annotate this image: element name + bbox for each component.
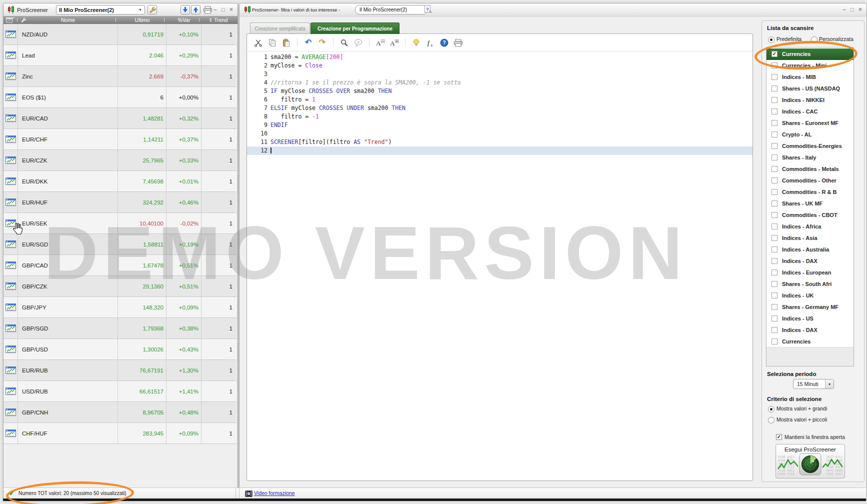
- scan-list-item-shares-italy[interactable]: Shares - Italy: [766, 152, 854, 164]
- scan-list-item-commodities-metals[interactable]: Commodities - Metals: [766, 164, 854, 175]
- instrument-chart-icon[interactable]: [4, 402, 18, 422]
- column-header-trend[interactable]: ⇧ Trend: [202, 16, 234, 24]
- copy-button[interactable]: [267, 38, 278, 48]
- table-row-NZD/AUD[interactable]: NZD/AUD0,91719+0,10%1: [4, 24, 236, 45]
- code-line-11[interactable]: 11SCREENER[filtro](filtro AS "Trend"): [247, 138, 752, 146]
- checkbox[interactable]: [772, 189, 778, 195]
- instrument-chart-icon[interactable]: [4, 339, 18, 360]
- cut-button[interactable]: [253, 38, 264, 48]
- instrument-chart-icon[interactable]: [4, 297, 18, 318]
- instrument-chart-icon[interactable]: [4, 381, 18, 402]
- checkbox[interactable]: [772, 62, 778, 68]
- instrument-chart-icon[interactable]: [4, 171, 18, 192]
- instrument-chart-icon[interactable]: [4, 45, 18, 66]
- radio-mostra-grandi[interactable]: [768, 406, 774, 412]
- checkbox[interactable]: [772, 258, 778, 264]
- comment-button[interactable]: //: [353, 38, 364, 48]
- code-line-7[interactable]: 7ELSIF myClose CROSSES UNDER sma200 THEN: [247, 104, 752, 112]
- instrument-chart-icon[interactable]: [4, 276, 18, 296]
- checkbox[interactable]: [772, 143, 778, 149]
- table-row-GBP/SGD[interactable]: GBP/SGD1,79368+0,38%1: [4, 318, 236, 339]
- scan-list-item-indices-cac[interactable]: Indices - CAC: [766, 106, 854, 118]
- instrument-chart-icon[interactable]: [4, 129, 18, 150]
- print-button[interactable]: [453, 38, 464, 48]
- table-row-EUR/CZK[interactable]: EUR/CZK25,7965+0,33%1: [4, 150, 236, 171]
- checkbox[interactable]: [772, 120, 778, 126]
- instrument-chart-icon[interactable]: [4, 24, 18, 44]
- scan-list-item-shares-germany-mf[interactable]: Shares - Germany MF: [766, 302, 854, 313]
- checkbox[interactable]: [772, 86, 778, 92]
- checkbox[interactable]: [772, 316, 778, 322]
- checkbox[interactable]: [772, 270, 778, 276]
- table-row-Zinc[interactable]: Zinc2.669-0,37%1: [4, 66, 236, 87]
- table-row-GBP/CNH[interactable]: GBP/CNH8,96705+0,48%1: [4, 402, 236, 423]
- scan-list-item-shares-us-nasdaq[interactable]: Shares - US (NASDAQ: [766, 83, 854, 94]
- checkbox[interactable]: [772, 97, 778, 103]
- table-row-CHF/HUF[interactable]: CHF/HUF283,945+0,09%1: [4, 423, 236, 444]
- redo-button[interactable]: ↷: [317, 38, 328, 48]
- scan-list-item-indices-us[interactable]: Indices - US: [766, 313, 854, 324]
- table-row-EUR/HUF[interactable]: EUR/HUF324,292+0,46%1: [4, 192, 236, 213]
- scan-list-box[interactable]: ✓CurrenciesCurrencies - MiniIndices - MI…: [766, 47, 854, 366]
- table-row-GBP/CZK[interactable]: GBP/CZK29,1360+0,51%1: [4, 276, 236, 297]
- code-line-2[interactable]: 2myClose = Close: [247, 62, 752, 70]
- scan-list-item-indices-uk[interactable]: Indices - UK: [766, 290, 854, 302]
- table-row-EUR/DKK[interactable]: EUR/DKK7,45698+0,01%1: [4, 171, 236, 192]
- radio-predefinita[interactable]: [768, 36, 774, 43]
- checkbox[interactable]: [772, 292, 778, 298]
- code-editor[interactable]: ↶↷//AAfx? 1sma200 = AVERAGE[200]2myClose…: [246, 34, 753, 481]
- scan-list-item-shares-euronext-mf[interactable]: Shares - Euronext MF: [766, 118, 854, 129]
- keep-window-open-checkbox[interactable]: [776, 434, 782, 440]
- checkbox[interactable]: [772, 304, 778, 310]
- instrument-chart-icon[interactable]: [4, 423, 18, 444]
- scan-list-item-indices-asia[interactable]: Indices - Asia: [766, 232, 854, 244]
- table-row-USD/RUB[interactable]: USD/RUB66,61517+1,41%1: [4, 381, 236, 402]
- minimize-button[interactable]: –: [842, 6, 846, 13]
- scan-list-item-crypto-al[interactable]: Crypto - AL: [766, 129, 854, 140]
- instrument-chart-icon[interactable]: [4, 360, 18, 380]
- code-line-12[interactable]: 12: [247, 146, 752, 155]
- code-line-9[interactable]: 9ENDIF: [247, 121, 752, 130]
- move-up-button[interactable]: [191, 5, 200, 14]
- instrument-chart-icon[interactable]: [4, 192, 18, 212]
- paste-button[interactable]: [281, 38, 292, 48]
- table-row-EUR/CHF[interactable]: EUR/CHF1,14211+0,37%1: [4, 129, 236, 150]
- checkbox[interactable]: [772, 235, 778, 241]
- table-row-GBP/CAD[interactable]: GBP/CAD1,67478+0,51%1: [4, 255, 236, 276]
- hint-button[interactable]: [411, 38, 422, 48]
- scan-list-item-currencies[interactable]: Currencies: [766, 336, 854, 348]
- code-line-6[interactable]: 6 filtro = 1: [247, 96, 752, 104]
- scan-list-item-indices-nikkei[interactable]: Indices - NIKKEI: [766, 94, 854, 106]
- code-line-4[interactable]: 4//ritorna 1 se il prezzo è sopra la SMA…: [247, 78, 752, 87]
- checkbox[interactable]: [772, 246, 778, 252]
- table-row-EOS ($1)[interactable]: EOS ($1)6+0,00%1: [4, 87, 236, 108]
- column-header-ultimo[interactable]: Ultimo: [118, 16, 166, 24]
- video-training-link[interactable]: Video formazione: [254, 490, 295, 496]
- code-line-5[interactable]: 5IF myClose CROSSES OVER sma200 THEN: [247, 87, 752, 96]
- screener-selector[interactable]: Il Mio ProScreener(2) ▼: [56, 5, 145, 14]
- code-line-10[interactable]: 10: [247, 130, 752, 138]
- maximize-button[interactable]: □: [850, 6, 854, 13]
- checkbox[interactable]: [772, 166, 778, 172]
- tab-creazione-semplificata[interactable]: Creazione semplificata: [250, 22, 310, 34]
- scan-list-item-indices-european[interactable]: Indices - European: [766, 267, 854, 278]
- instrument-chart-icon[interactable]: [4, 255, 18, 276]
- maximize-button[interactable]: □: [222, 6, 225, 13]
- font-smaller-button[interactable]: A: [375, 38, 386, 48]
- minimize-button[interactable]: –: [214, 6, 217, 13]
- scan-list-item-indices-dax[interactable]: Indices - DAX: [766, 324, 854, 336]
- table-row-GBP/USD[interactable]: GBP/USD1,30026+0,43%1: [4, 339, 236, 360]
- scan-list-item-shares-south-afri[interactable]: Shares - South Afri: [766, 278, 854, 290]
- code-line-8[interactable]: 8 filtro = -1: [247, 112, 752, 121]
- column-header-var[interactable]: %Var: [166, 16, 202, 24]
- instrument-chart-icon[interactable]: [4, 318, 18, 338]
- checkbox[interactable]: [772, 108, 778, 114]
- close-button[interactable]: ×: [230, 6, 233, 13]
- table-row-EUR/SGD[interactable]: EUR/SGD1,58811+0,19%1: [4, 234, 236, 255]
- scan-list-item-currencies[interactable]: ✓Currencies: [766, 48, 854, 60]
- checkbox[interactable]: ✓: [772, 51, 778, 57]
- checkbox[interactable]: [772, 327, 778, 333]
- table-row-Lead[interactable]: Lead2.046+0,29%1: [4, 45, 236, 66]
- radio-mostra-piccoli[interactable]: [768, 417, 774, 424]
- instrument-chart-icon[interactable]: [4, 234, 18, 254]
